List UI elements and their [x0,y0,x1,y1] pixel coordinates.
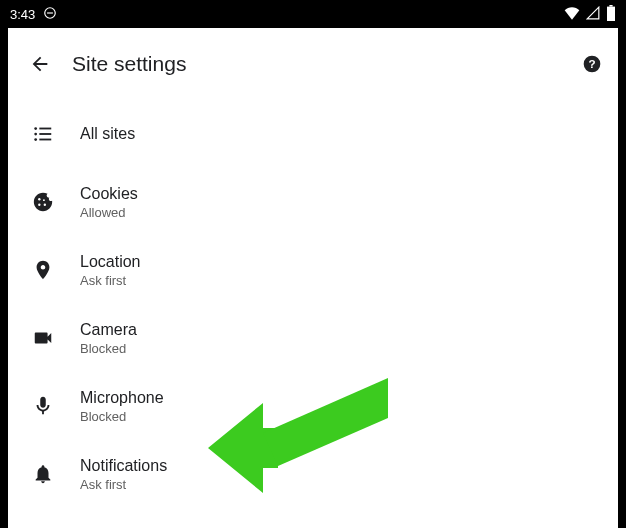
item-microphone[interactable]: MicrophoneBlocked [8,374,618,438]
item-label: Notifications [80,457,167,475]
item-sub: Ask first [80,273,141,288]
item-sub: Blocked [80,341,137,356]
item-label: Camera [80,321,137,339]
item-all-sites[interactable]: All sites [8,102,618,166]
help-button[interactable]: ? [580,52,604,76]
wifi-icon [564,6,580,23]
back-button[interactable] [22,46,58,82]
svg-point-6 [34,127,37,130]
svg-point-15 [43,199,45,201]
item-label: Cookies [80,185,138,203]
location-icon [32,259,80,281]
settings-page: Site settings ? All sites CookiesAllowed [8,28,618,528]
svg-point-12 [38,198,40,200]
svg-rect-11 [39,139,51,141]
cookie-icon [32,191,80,213]
battery-icon [606,5,616,24]
svg-point-13 [38,204,40,206]
svg-point-8 [34,133,37,136]
item-camera[interactable]: CameraBlocked [8,306,618,370]
svg-rect-7 [39,128,51,130]
bell-icon [32,463,80,485]
status-bar: 3:43 [0,0,626,28]
item-sub: Blocked [80,409,164,424]
item-label: Microphone [80,389,164,407]
settings-list: All sites CookiesAllowed LocationAsk fir… [8,90,618,506]
app-bar: Site settings ? [8,38,618,90]
svg-rect-3 [609,5,612,7]
clock: 3:43 [10,7,35,22]
item-sub: Allowed [80,205,138,220]
svg-rect-2 [607,6,615,20]
microphone-icon [32,395,80,417]
svg-rect-9 [39,133,51,135]
camera-icon [32,327,80,349]
page-title: Site settings [72,52,580,76]
item-notifications[interactable]: NotificationsAsk first [8,442,618,506]
item-cookies[interactable]: CookiesAllowed [8,170,618,234]
signal-icon [586,6,600,23]
dnd-icon [43,6,57,23]
list-icon [32,123,80,145]
item-label: Location [80,253,141,271]
svg-point-14 [44,204,46,206]
svg-point-10 [34,138,37,141]
svg-text:?: ? [588,57,595,70]
item-location[interactable]: LocationAsk first [8,238,618,302]
item-sub: Ask first [80,477,167,492]
item-label: All sites [80,125,135,143]
